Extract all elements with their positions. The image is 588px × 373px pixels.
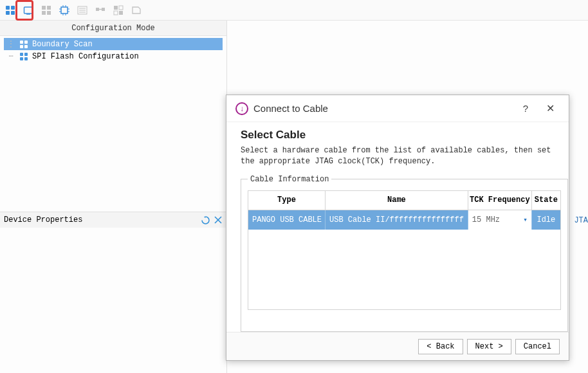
toolbar-icon-7[interactable] (112, 4, 125, 17)
cable-table-header: Type Name TCK Frequency State (248, 191, 560, 210)
connect-cable-dialog: ↓ Connect to Cable ? ✕ Select Cable Sele… (226, 95, 569, 361)
device-properties-body (0, 228, 226, 373)
spi-flash-icon (19, 52, 28, 61)
svg-rect-29 (114, 11, 118, 15)
svg-rect-35 (24, 53, 28, 56)
config-mode-tree: ⋮ Boundary Scan ⋯ SPI Flash Configuratio… (0, 36, 226, 66)
toolbar-icon-3[interactable] (40, 4, 53, 17)
cable-info-legend: Cable Information (248, 175, 331, 184)
next-button[interactable]: Next > (467, 339, 511, 354)
tree-item-spi-flash[interactable]: ⋯ SPI Flash Configuration (4, 50, 223, 62)
svg-rect-2 (6, 11, 10, 15)
dialog-heading: Select Cable (241, 129, 555, 141)
svg-rect-27 (119, 11, 123, 15)
svg-rect-10 (61, 7, 68, 14)
tree-item-label: SPI Flash Configuration (32, 52, 139, 61)
col-name: Name (326, 191, 468, 210)
device-properties-header: Device Properties (0, 212, 226, 228)
boundary-scan-icon (19, 40, 28, 49)
svg-rect-4 (24, 7, 33, 14)
freq-selected-value: 15 MHz (472, 215, 500, 224)
svg-rect-0 (6, 6, 10, 10)
svg-rect-37 (24, 57, 28, 60)
toolbar (0, 0, 588, 21)
svg-rect-7 (47, 6, 51, 10)
row-name: USB Cable II/ffffffffffffffff (326, 210, 468, 230)
dialog-title: Connect to Cable (253, 103, 328, 114)
col-type: Type (248, 191, 326, 210)
svg-rect-31 (24, 41, 28, 44)
svg-rect-6 (42, 6, 46, 10)
toolbar-icon-6[interactable] (94, 4, 107, 17)
toolbar-chip-icon[interactable] (58, 4, 71, 17)
col-freq: TCK Frequency (468, 191, 532, 210)
svg-rect-33 (24, 45, 28, 48)
svg-rect-1 (11, 6, 15, 10)
tree-item-boundary-scan[interactable]: ⋮ Boundary Scan (4, 38, 223, 50)
row-type: PANGO USB CABLE II (248, 210, 326, 230)
cable-info-fieldset: Cable Information Type Name TCK Frequenc… (241, 175, 568, 332)
device-properties-title: Device Properties (4, 215, 201, 224)
row-state: Idle (532, 210, 560, 230)
tree-branch-icon: ⋮ (6, 39, 15, 49)
back-button[interactable]: < Back (418, 339, 463, 354)
svg-rect-23 (96, 8, 99, 11)
toolbar-connect-icon[interactable] (22, 4, 35, 17)
toolbar-icon-1[interactable] (4, 4, 17, 17)
help-icon[interactable]: ? (516, 103, 535, 114)
svg-rect-9 (47, 11, 51, 15)
dialog-description: Select a hardware cable from the list of… (241, 145, 555, 167)
chevron-down-icon: ▾ (523, 215, 528, 224)
cable-table-row[interactable]: PANGO USB CABLE II USB Cable II/ffffffff… (248, 210, 560, 230)
svg-rect-30 (20, 41, 23, 44)
svg-rect-24 (102, 8, 105, 11)
dialog-titlebar: ↓ Connect to Cable ? ✕ (226, 95, 569, 122)
svg-rect-26 (114, 6, 118, 10)
cancel-button[interactable]: Cancel (515, 339, 560, 354)
tck-frequency-select[interactable]: 15 MHz ▾ 15 MHz 10 MHz 5 MHz 1 MHz 500 K… (468, 210, 531, 230)
svg-rect-36 (20, 57, 23, 60)
close-icon[interactable]: ✕ (540, 102, 560, 114)
svg-rect-34 (20, 53, 23, 56)
left-sidebar: Configuration Mode ⋮ Boundary Scan ⋯ SPI… (0, 21, 227, 373)
dialog-footer: < Back Next > Cancel (226, 332, 569, 360)
svg-rect-8 (42, 11, 46, 15)
toolbar-list-icon[interactable] (76, 4, 89, 17)
config-mode-title: Configuration Mode (71, 24, 155, 33)
tree-branch-icon: ⋯ (6, 51, 15, 61)
col-state: State (532, 191, 560, 210)
config-mode-header: Configuration Mode (0, 21, 226, 36)
toolbar-icon-8[interactable] (130, 4, 143, 17)
cable-table: Type Name TCK Frequency State PANGO USB … (248, 190, 561, 310)
download-icon: ↓ (235, 102, 248, 115)
svg-rect-32 (20, 45, 23, 48)
tree-item-label: Boundary Scan (32, 40, 93, 49)
close-panel-icon[interactable] (214, 215, 223, 224)
svg-rect-28 (119, 6, 123, 10)
refresh-icon[interactable] (201, 215, 210, 224)
svg-rect-3 (11, 11, 15, 15)
